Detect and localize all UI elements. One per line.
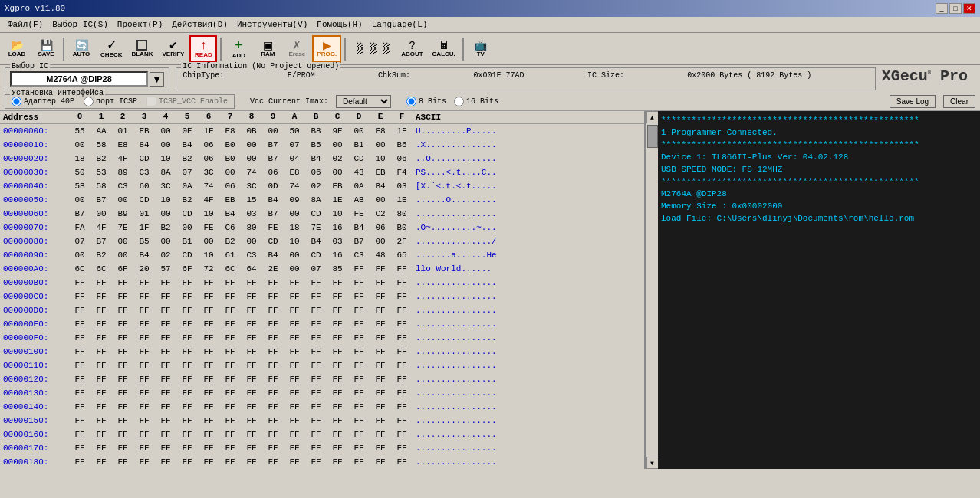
hex-byte[interactable]: FF bbox=[155, 416, 176, 425]
hex-address[interactable]: 00000100: bbox=[0, 347, 69, 356]
hex-byte[interactable]: FF bbox=[198, 388, 219, 398]
hex-scrollbar[interactable]: ▲ ▼ bbox=[646, 111, 658, 469]
hex-byte[interactable]: 00 bbox=[348, 126, 370, 136]
load-button[interactable]: 📂 LOAD bbox=[3, 35, 31, 63]
hex-byte[interactable]: 09 bbox=[284, 195, 305, 205]
hex-byte[interactable]: FF bbox=[176, 402, 198, 411]
hex-byte[interactable]: 00 bbox=[219, 168, 241, 177]
hex-byte[interactable]: 16 bbox=[327, 251, 348, 260]
hex-byte[interactable]: B7 bbox=[90, 195, 112, 205]
hex-byte[interactable]: FF bbox=[219, 430, 241, 439]
hex-byte[interactable]: 03 bbox=[391, 182, 413, 191]
hex-byte[interactable]: FF bbox=[305, 444, 327, 453]
hex-byte[interactable]: FF bbox=[370, 402, 391, 411]
hex-byte[interactable]: 4F bbox=[112, 154, 133, 163]
hex-byte[interactable]: FF bbox=[284, 361, 305, 370]
hex-byte[interactable]: FF bbox=[391, 457, 413, 467]
hex-byte[interactable]: B1 bbox=[176, 237, 198, 246]
ic-icon-button[interactable]: ⧚⧚⧚ bbox=[349, 35, 396, 63]
hex-byte[interactable]: FF bbox=[305, 292, 327, 301]
hex-address[interactable]: 00000060: bbox=[0, 209, 69, 218]
hex-byte[interactable]: FF bbox=[69, 319, 90, 329]
hex-byte[interactable]: FF bbox=[219, 402, 241, 411]
hex-address[interactable]: 00000180: bbox=[0, 457, 69, 467]
hex-byte[interactable]: FF bbox=[348, 416, 370, 425]
hex-byte[interactable]: 3C bbox=[198, 168, 219, 177]
hex-byte[interactable]: FF bbox=[348, 347, 370, 356]
hex-byte[interactable]: FF bbox=[391, 278, 413, 287]
hex-byte[interactable]: 07 bbox=[284, 140, 305, 149]
hex-byte[interactable]: B2 bbox=[90, 251, 112, 260]
hex-byte[interactable]: 1E bbox=[391, 195, 413, 205]
adapter-radio-label[interactable]: Адаптер 40P bbox=[12, 97, 74, 106]
hex-byte[interactable]: 00 bbox=[155, 126, 176, 136]
hex-byte[interactable]: FF bbox=[133, 430, 155, 439]
hex-byte[interactable]: 07 bbox=[305, 264, 327, 274]
hex-byte[interactable]: F4 bbox=[391, 168, 413, 177]
hex-byte[interactable]: FF bbox=[241, 457, 262, 467]
hex-byte[interactable]: 0A bbox=[176, 182, 198, 191]
hex-byte[interactable]: FF bbox=[262, 402, 284, 411]
hex-byte[interactable]: 1F bbox=[391, 126, 413, 136]
hex-byte[interactable]: FF bbox=[348, 333, 370, 342]
save-log-button[interactable]: Save Log bbox=[890, 95, 936, 108]
hex-byte[interactable]: 00 bbox=[112, 195, 133, 205]
hex-byte[interactable]: FF bbox=[262, 457, 284, 467]
hex-byte[interactable]: FF bbox=[219, 292, 241, 301]
hex-byte[interactable]: FF bbox=[198, 306, 219, 315]
hex-byte[interactable]: 00 bbox=[90, 209, 112, 218]
hex-byte[interactable]: B7 bbox=[262, 154, 284, 163]
hex-byte[interactable]: FF bbox=[327, 416, 348, 425]
hex-byte[interactable]: 6C bbox=[219, 264, 241, 274]
hex-byte[interactable]: FF bbox=[327, 457, 348, 467]
hex-byte[interactable]: FF bbox=[133, 457, 155, 467]
hex-byte[interactable]: FF bbox=[284, 347, 305, 356]
vcc-select[interactable]: Default bbox=[336, 95, 391, 108]
menu-tools[interactable]: Инструменты(V) bbox=[232, 18, 312, 31]
hex-byte[interactable]: FF bbox=[305, 457, 327, 467]
hex-byte[interactable]: AB bbox=[348, 195, 370, 205]
hex-byte[interactable]: FF bbox=[133, 333, 155, 342]
hex-byte[interactable]: FF bbox=[241, 306, 262, 315]
hex-byte[interactable]: C3 bbox=[112, 182, 133, 191]
hex-byte[interactable]: B7 bbox=[348, 237, 370, 246]
hex-byte[interactable]: 5B bbox=[69, 182, 90, 191]
hex-byte[interactable]: FF bbox=[198, 457, 219, 467]
hex-byte[interactable]: FF bbox=[262, 347, 284, 356]
hex-address[interactable]: 00000030: bbox=[0, 168, 69, 177]
save-button[interactable]: 💾 SAVE bbox=[32, 35, 60, 63]
hex-byte[interactable]: FF bbox=[69, 333, 90, 342]
hex-byte[interactable]: FF bbox=[262, 306, 284, 315]
hex-byte[interactable]: 00 bbox=[241, 140, 262, 149]
hex-byte[interactable]: FF bbox=[69, 347, 90, 356]
hex-address[interactable]: 00000040: bbox=[0, 182, 69, 191]
hex-byte[interactable]: 65 bbox=[391, 251, 413, 260]
check-button[interactable]: ✓ CHECK bbox=[97, 35, 126, 63]
hex-byte[interactable]: FF bbox=[90, 457, 112, 467]
hex-byte[interactable]: 10 bbox=[155, 195, 176, 205]
hex-byte[interactable]: FF bbox=[198, 347, 219, 356]
hex-byte[interactable]: 00 bbox=[112, 237, 133, 246]
hex-byte[interactable]: FF bbox=[155, 292, 176, 301]
hex-byte[interactable]: FF bbox=[198, 333, 219, 342]
hex-byte[interactable]: FF bbox=[219, 375, 241, 384]
hex-byte[interactable]: 06 bbox=[262, 168, 284, 177]
hex-address[interactable]: 00000000: bbox=[0, 126, 69, 136]
hex-byte[interactable]: FF bbox=[90, 347, 112, 356]
hex-byte[interactable]: FF bbox=[69, 361, 90, 370]
hex-byte[interactable]: 06 bbox=[198, 140, 219, 149]
hex-byte[interactable]: FF bbox=[348, 402, 370, 411]
hex-byte[interactable]: FF bbox=[112, 375, 133, 384]
hex-byte[interactable]: FF bbox=[284, 306, 305, 315]
hex-byte[interactable]: FF bbox=[327, 388, 348, 398]
hex-byte[interactable]: E8 bbox=[219, 126, 241, 136]
hex-byte[interactable]: FF bbox=[327, 444, 348, 453]
hex-byte[interactable]: FF bbox=[241, 430, 262, 439]
hex-byte[interactable]: FF bbox=[69, 444, 90, 453]
hex-byte[interactable]: FF bbox=[90, 306, 112, 315]
hex-byte[interactable]: 00 bbox=[198, 237, 219, 246]
hex-byte[interactable]: 00 bbox=[241, 154, 262, 163]
hex-byte[interactable]: FF bbox=[219, 333, 241, 342]
hex-byte[interactable]: FF bbox=[327, 430, 348, 439]
hex-byte[interactable]: FF bbox=[284, 319, 305, 329]
